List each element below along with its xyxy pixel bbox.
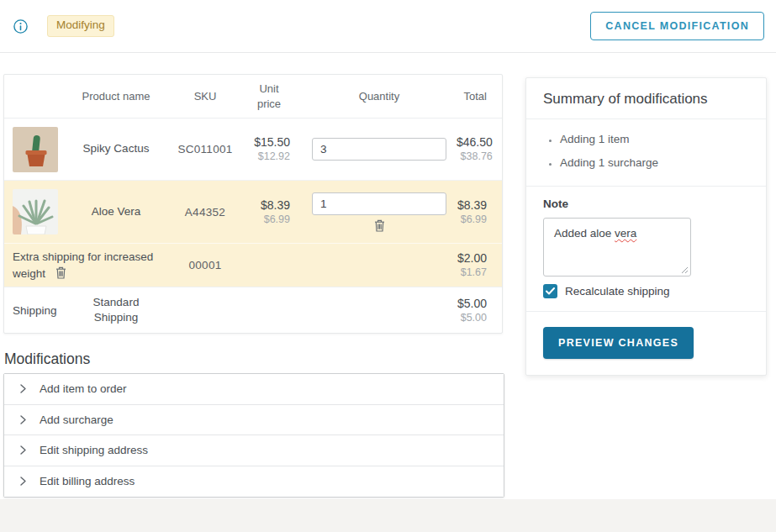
chevron-right-icon bbox=[20, 445, 26, 455]
header-quantity: Quantity bbox=[302, 89, 457, 104]
textarea-resize-handle-icon[interactable] bbox=[681, 266, 689, 274]
shipping-row-label: Shipping bbox=[4, 304, 58, 317]
note-textarea[interactable]: Added aloe vera bbox=[543, 218, 691, 277]
header-total: Total bbox=[457, 89, 502, 104]
row-total-discounted: $6.99 bbox=[457, 213, 487, 226]
accordion-label: Add item to order bbox=[40, 382, 127, 395]
chevron-right-icon bbox=[20, 415, 26, 424]
row-total-discounted: $1.67 bbox=[457, 266, 487, 279]
order-items-table: Product name SKU Unit price Quantity Tot… bbox=[3, 74, 503, 334]
product-sku: A44352 bbox=[174, 206, 236, 219]
header-product-name: Product name bbox=[58, 89, 174, 104]
shipping-method: Standard Shipping bbox=[58, 295, 174, 325]
header-unit-price: Unit price bbox=[236, 82, 302, 111]
row-total: $5.00 bbox=[457, 296, 487, 311]
summary-panel: Summary of modifications Adding 1 item A… bbox=[525, 77, 767, 376]
unit-price: $15.50 bbox=[236, 134, 290, 150]
accordion-item-edit-billing-address[interactable]: Edit billing address bbox=[4, 466, 504, 498]
delete-surcharge-trash-icon[interactable] bbox=[55, 266, 66, 279]
preview-changes-button[interactable]: PREVIEW CHANGES bbox=[543, 327, 694, 359]
check-icon bbox=[546, 287, 555, 295]
product-name: Spiky Cactus bbox=[58, 141, 174, 156]
table-row-shipping: Shipping Standard Shipping $5.00 $5.00 bbox=[4, 287, 502, 333]
delete-item-trash-icon[interactable] bbox=[374, 219, 385, 232]
recalculate-shipping-checkbox[interactable] bbox=[543, 284, 557, 298]
status-badge: Modifying bbox=[47, 15, 114, 36]
row-total-discounted: $38.76 bbox=[457, 150, 493, 163]
accordion-item-add-item[interactable]: Add item to order bbox=[4, 374, 504, 405]
table-header-row: Product name SKU Unit price Quantity Tot… bbox=[4, 75, 502, 119]
quantity-input-spiky-cactus[interactable] bbox=[312, 138, 446, 161]
row-total-discounted: $5.00 bbox=[457, 311, 487, 324]
table-row-aloe-vera: Aloe Vera A44352 $8.39 $6.99 $8.39 bbox=[4, 180, 502, 243]
accordion-item-edit-shipping-address[interactable]: Edit shipping address bbox=[4, 435, 504, 466]
info-icon[interactable] bbox=[13, 19, 28, 34]
header-sku: SKU bbox=[174, 89, 236, 104]
note-label: Note bbox=[543, 198, 749, 210]
modifications-accordion: Add item to order Add surcharge Edit shi… bbox=[3, 373, 504, 498]
product-image-aloe bbox=[13, 189, 58, 234]
row-total: $2.00 bbox=[457, 250, 487, 266]
table-row-surcharge: Extra shipping for increased weight 0000… bbox=[4, 243, 502, 287]
unit-price-discounted: $12.92 bbox=[236, 150, 290, 163]
accordion-label: Add surcharge bbox=[40, 413, 113, 426]
top-bar: Modifying CANCEL MODIFICATION bbox=[0, 0, 776, 53]
order-modification-page: Modifying CANCEL MODIFICATION Product na… bbox=[0, 0, 776, 499]
quantity-input-aloe-vera[interactable] bbox=[312, 192, 446, 215]
summary-title: Summary of modifications bbox=[526, 78, 766, 119]
cancel-modification-button[interactable]: CANCEL MODIFICATION bbox=[590, 12, 764, 40]
summary-item: Adding 1 item bbox=[560, 128, 749, 151]
product-name: Aloe Vera bbox=[58, 204, 174, 219]
surcharge-sku: 00001 bbox=[174, 259, 236, 271]
summary-item: Adding 1 surcharge bbox=[560, 151, 749, 175]
recalculate-shipping-label[interactable]: Recalculate shipping bbox=[565, 285, 670, 298]
row-total: $46.50 bbox=[457, 134, 493, 150]
product-image-cactus bbox=[13, 127, 58, 172]
row-total: $8.39 bbox=[457, 198, 487, 213]
accordion-label: Edit billing address bbox=[40, 475, 135, 487]
accordion-item-add-surcharge[interactable]: Add surcharge bbox=[4, 405, 504, 436]
unit-price: $8.39 bbox=[236, 198, 290, 213]
modifications-title: Modifications bbox=[4, 350, 90, 368]
chevron-right-icon bbox=[20, 384, 26, 393]
misspelled-word: vera bbox=[615, 227, 636, 240]
accordion-label: Edit shipping address bbox=[40, 444, 148, 456]
table-row-spiky-cactus: Spiky Cactus SC011001 $15.50 $12.92 $46.… bbox=[4, 119, 502, 180]
summary-list: Adding 1 item Adding 1 surcharge bbox=[543, 128, 749, 174]
surcharge-name: Extra shipping for increased weight bbox=[13, 250, 153, 280]
chevron-right-icon bbox=[20, 477, 26, 486]
unit-price-discounted: $6.99 bbox=[236, 213, 290, 226]
product-sku: SC011001 bbox=[174, 143, 236, 155]
